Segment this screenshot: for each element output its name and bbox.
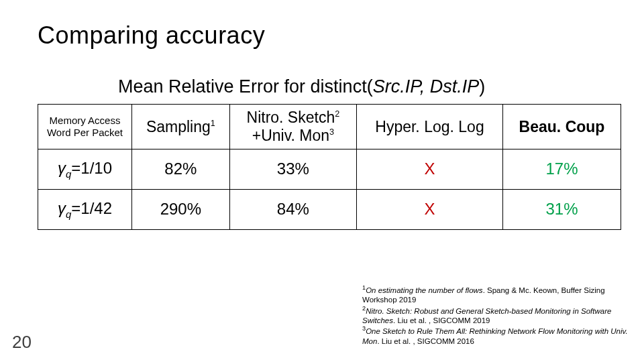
col-nitro-line2: +Univ. Mon bbox=[252, 127, 329, 144]
col-nitro-sup1: 2 bbox=[335, 109, 339, 119]
page-number: 20 bbox=[12, 332, 32, 353]
row2-nitrosketch: 84% bbox=[229, 189, 356, 229]
col-sampling-label: Sampling bbox=[146, 118, 211, 135]
col-nitro-sup2: 3 bbox=[329, 127, 334, 137]
rowhdr-line2: Word Per Packet bbox=[47, 127, 123, 138]
col-beaucoup-label: Beau. Coup bbox=[519, 118, 605, 135]
row1-beaucoup: 17% bbox=[503, 149, 621, 190]
rowhdr-line1: Memory Access bbox=[50, 115, 121, 126]
footnote-1: 1On estimating the number of flows. Span… bbox=[362, 284, 631, 305]
row1-eq: =1/10 bbox=[71, 159, 112, 177]
col-sampling-sup: 1 bbox=[211, 119, 215, 128]
gamma-symbol: γ bbox=[58, 159, 66, 177]
row2-beaucoup: 31% bbox=[503, 189, 621, 229]
col-header-beaucoup: Beau. Coup bbox=[503, 105, 621, 149]
footnote-3: 3One Sketch to Rule Them All: Rethinking… bbox=[362, 325, 631, 346]
row2-label: γq=1/42 bbox=[38, 189, 132, 229]
row1-nitrosketch: 33% bbox=[229, 149, 356, 190]
fn1-title: On estimating the number of flows bbox=[366, 286, 483, 294]
subtitle-suffix: ) bbox=[479, 76, 485, 97]
row2-sampling: 290% bbox=[132, 189, 230, 229]
subtitle-prefix: Mean Relative Error for distinct( bbox=[118, 76, 373, 97]
fn3-rest: . Liu et al. , SIGCOMM 2016 bbox=[377, 337, 474, 345]
col-header-hyperloglog: Hyper. Log. Log bbox=[356, 105, 502, 149]
row1-label: γq=1/10 bbox=[38, 149, 132, 190]
table-header-row: Memory Access Word Per Packet Sampling1 … bbox=[38, 105, 621, 149]
page-title: Comparing accuracy bbox=[38, 21, 606, 50]
table-row: γq=1/10 82% 33% X 17% bbox=[38, 149, 621, 190]
col-nitro-line1: Nitro. Sketch bbox=[247, 109, 335, 126]
row2-hyperloglog: X bbox=[356, 189, 502, 229]
footnote-2: 2Nitro. Sketch: Robust and General Sketc… bbox=[362, 305, 631, 326]
row2-eq: =1/42 bbox=[71, 199, 112, 217]
footnotes: 1On estimating the number of flows. Span… bbox=[362, 284, 631, 346]
subtitle: Mean Relative Error for distinct(Src.IP,… bbox=[118, 76, 606, 97]
col-header-rowhdr: Memory Access Word Per Packet bbox=[38, 105, 132, 149]
col-header-sampling: Sampling1 bbox=[132, 105, 230, 149]
comparison-table: Memory Access Word Per Packet Sampling1 … bbox=[38, 104, 621, 230]
col-header-nitrosketch: Nitro. Sketch2 +Univ. Mon3 bbox=[229, 105, 356, 149]
row1-sampling: 82% bbox=[132, 149, 230, 190]
table-row: γq=1/42 290% 84% X 31% bbox=[38, 189, 621, 229]
gamma-symbol: γ bbox=[58, 199, 66, 217]
slide: Comparing accuracy Mean Relative Error f… bbox=[0, 0, 644, 362]
subtitle-param: Src.IP, Dst.IP bbox=[373, 76, 480, 97]
fn2-rest: . Liu et al. , SIGCOMM 2019 bbox=[393, 316, 490, 324]
row1-hyperloglog: X bbox=[356, 149, 502, 190]
